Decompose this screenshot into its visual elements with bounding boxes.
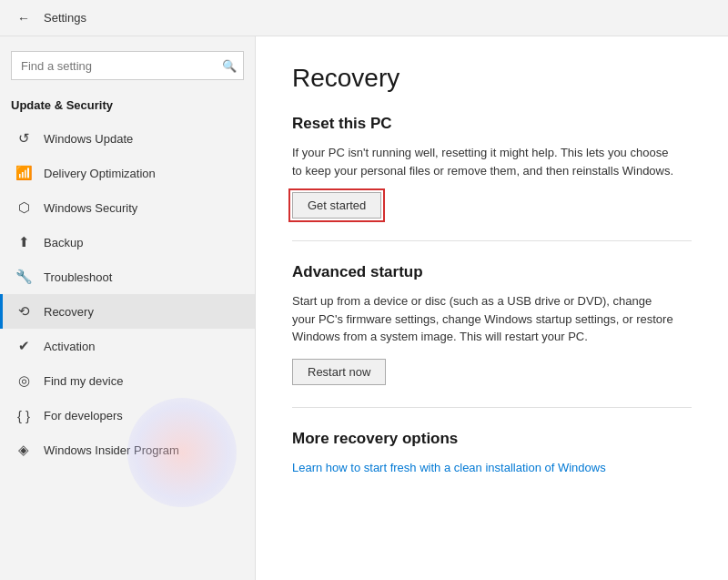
main-container: 🔍 Update & Security ↺Windows Update📶Deli… bbox=[0, 36, 728, 580]
back-button[interactable]: ← bbox=[11, 5, 36, 31]
advanced-section-title: Advanced startup bbox=[292, 263, 692, 281]
sidebar-item-delivery-optimization[interactable]: 📶Delivery Optimization bbox=[0, 156, 255, 190]
title-bar-title: Settings bbox=[44, 11, 86, 25]
reset-section-desc: If your PC isn't running well, resetting… bbox=[292, 144, 674, 179]
divider-1 bbox=[292, 240, 692, 241]
sidebar-item-label-troubleshoot: Troubleshoot bbox=[44, 270, 112, 284]
troubleshoot-icon: 🔧 bbox=[15, 268, 33, 286]
for-developers-icon: { } bbox=[15, 406, 33, 424]
activation-icon: ✔ bbox=[15, 337, 33, 355]
sidebar-item-backup[interactable]: ⬆Backup bbox=[0, 225, 255, 259]
sidebar-item-recovery[interactable]: ⟲Recovery bbox=[0, 294, 255, 329]
sidebar-item-label-for-developers: For developers bbox=[44, 409, 123, 422]
search-icon: 🔍 bbox=[222, 59, 237, 73]
sidebar-item-for-developers[interactable]: { }For developers bbox=[0, 398, 255, 432]
sidebar: 🔍 Update & Security ↺Windows Update📶Deli… bbox=[0, 36, 255, 580]
sidebar-item-label-find-device: Find my device bbox=[44, 374, 123, 388]
search-input[interactable] bbox=[11, 51, 244, 80]
page-title: Recovery bbox=[292, 64, 692, 93]
sidebar-item-label-delivery-optimization: Delivery Optimization bbox=[44, 167, 156, 180]
search-container: 🔍 bbox=[11, 51, 244, 80]
reset-section-title: Reset this PC bbox=[292, 115, 692, 133]
sidebar-item-label-windows-update: Windows Update bbox=[44, 132, 133, 146]
sidebar-item-windows-security[interactable]: ⬡Windows Security bbox=[0, 190, 255, 225]
restart-now-button[interactable]: Restart now bbox=[292, 359, 386, 385]
recovery-icon: ⟲ bbox=[15, 302, 33, 321]
get-started-button[interactable]: Get started bbox=[292, 192, 381, 219]
sidebar-items-container: ↺Windows Update📶Delivery Optimization⬡Wi… bbox=[0, 121, 255, 467]
content-area: Recovery Reset this PC If your PC isn't … bbox=[255, 36, 728, 580]
sidebar-item-label-recovery: Recovery bbox=[44, 305, 94, 319]
divider-2 bbox=[292, 407, 692, 408]
sidebar-item-windows-update[interactable]: ↺Windows Update bbox=[0, 121, 255, 156]
clean-install-link[interactable]: Learn how to start fresh with a clean in… bbox=[292, 461, 606, 474]
sidebar-item-label-windows-insider: Windows Insider Program bbox=[44, 443, 179, 457]
windows-insider-icon: ◈ bbox=[15, 441, 33, 459]
sidebar-item-label-windows-security: Windows Security bbox=[44, 201, 137, 215]
sidebar-item-label-activation: Activation bbox=[44, 340, 95, 353]
sidebar-item-label-backup: Backup bbox=[44, 236, 83, 249]
sidebar-item-windows-insider[interactable]: ◈Windows Insider Program bbox=[0, 432, 255, 467]
windows-security-icon: ⬡ bbox=[15, 198, 33, 217]
sidebar-section-title: Update & Security bbox=[0, 91, 255, 121]
advanced-section-desc: Start up from a device or disc (such as … bbox=[292, 292, 674, 346]
back-icon: ← bbox=[17, 11, 30, 25]
more-section-title: More recovery options bbox=[292, 430, 692, 448]
title-bar: ← Settings bbox=[0, 0, 728, 36]
delivery-optimization-icon: 📶 bbox=[15, 164, 33, 182]
sidebar-item-troubleshoot[interactable]: 🔧Troubleshoot bbox=[0, 259, 255, 294]
windows-update-icon: ↺ bbox=[15, 129, 33, 148]
sidebar-item-find-device[interactable]: ◎Find my device bbox=[0, 363, 255, 398]
sidebar-item-activation[interactable]: ✔Activation bbox=[0, 329, 255, 363]
backup-icon: ⬆ bbox=[15, 233, 33, 251]
find-device-icon: ◎ bbox=[15, 371, 33, 390]
